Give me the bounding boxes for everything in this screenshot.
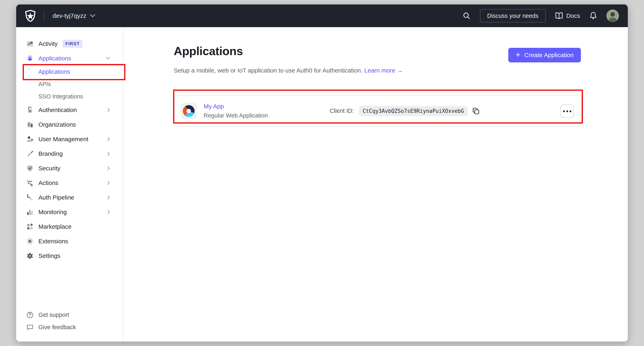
docs-link[interactable]: Docs xyxy=(555,12,580,19)
app-window: dev-tyj7qyzz Discuss your needs Docs xyxy=(16,5,628,341)
help-circle-icon xyxy=(26,311,34,319)
sidebar-item-marketplace[interactable]: Marketplace xyxy=(16,219,123,234)
sidebar-item-organizations[interactable]: Organizations xyxy=(16,117,123,132)
chevron-right-icon xyxy=(108,166,110,170)
sidebar-item-applications[interactable]: Applications xyxy=(16,51,123,66)
tenant-switcher[interactable]: dev-tyj7qyzz xyxy=(52,12,95,19)
create-application-button[interactable]: + Create Application xyxy=(508,48,581,62)
chevron-right-icon xyxy=(108,196,110,200)
app-name-link[interactable]: My App xyxy=(204,103,268,110)
shield-check-icon xyxy=(26,164,34,172)
gear-icon xyxy=(26,252,34,260)
chevron-right-icon xyxy=(108,137,110,141)
search-icon xyxy=(462,12,471,20)
tenant-name: dev-tyj7qyzz xyxy=(52,12,86,19)
sidebar-item-authentication[interactable]: Authentication xyxy=(16,103,123,117)
chevron-right-icon xyxy=(108,181,110,185)
bell-icon xyxy=(590,12,597,20)
main-content: Applications Setup a mobile, web or IoT … xyxy=(124,27,628,341)
learn-more-link[interactable]: Learn more → xyxy=(364,67,403,74)
book-icon xyxy=(555,12,563,19)
sidebar-subitem-apis[interactable]: APIs xyxy=(16,78,123,90)
copy-icon xyxy=(472,107,480,115)
plus-icon: + xyxy=(516,51,520,59)
app-type-label: Regular Web Application xyxy=(204,112,268,119)
ellipsis-icon xyxy=(563,110,565,112)
chip-icon xyxy=(26,237,34,245)
flow-icon xyxy=(26,179,34,187)
auth0-logo-icon[interactable] xyxy=(25,10,36,22)
sidebar-subitem-applications[interactable]: Applications xyxy=(16,66,123,78)
page-subtitle: Setup a mobile, web or IoT application t… xyxy=(174,67,582,74)
arrow-right-icon: → xyxy=(397,67,403,74)
app-logo-icon xyxy=(183,105,194,117)
first-badge: FIRST xyxy=(62,40,82,48)
sidebar-item-monitoring[interactable]: Monitoring xyxy=(16,205,123,219)
building-icon xyxy=(26,120,34,129)
user-avatar[interactable] xyxy=(606,10,619,22)
sidebar-item-branding[interactable]: Branding xyxy=(16,146,123,161)
application-row[interactable]: My App Regular Web Application Client ID… xyxy=(174,95,582,127)
lock-icon xyxy=(26,106,34,114)
copy-button[interactable] xyxy=(472,107,480,115)
discuss-your-needs-button[interactable]: Discuss your needs xyxy=(480,9,546,23)
give-feedback-link[interactable]: Give feedback xyxy=(16,321,123,333)
client-id-value[interactable]: CtCqy3AvbQZSo7sE9RiynaPuiXOxvebG xyxy=(359,106,468,116)
row-actions-menu-button[interactable] xyxy=(560,105,574,118)
notifications-button[interactable] xyxy=(590,12,597,20)
client-id-label: Client ID: xyxy=(330,108,354,114)
client-id-group: Client ID: CtCqy3AvbQZSo7sE9RiynaPuiXOxv… xyxy=(330,96,480,126)
layers-icon xyxy=(26,54,34,62)
paintbrush-icon xyxy=(26,150,34,158)
top-navbar: dev-tyj7qyzz Discuss your needs Docs xyxy=(16,5,628,27)
sidebar-item-actions[interactable]: Actions xyxy=(16,176,123,190)
marketplace-icon xyxy=(26,223,34,231)
chevron-down-icon xyxy=(106,57,110,60)
sidebar: Activity FIRST Applications Applications… xyxy=(16,27,124,341)
chevron-down-icon xyxy=(90,14,95,18)
sidebar-item-activity[interactable]: Activity FIRST xyxy=(16,37,123,51)
sidebar-item-user-management[interactable]: User Management xyxy=(16,132,123,146)
user-gear-icon xyxy=(26,135,34,143)
bar-chart-icon xyxy=(26,208,34,216)
chevron-right-icon xyxy=(108,108,110,112)
activity-icon xyxy=(26,40,34,48)
sidebar-item-label: Applications xyxy=(38,55,71,62)
sidebar-subitem-sso-integrations[interactable]: SSO Integrations xyxy=(16,90,123,103)
chevron-right-icon xyxy=(108,210,110,214)
docs-label: Docs xyxy=(566,12,580,19)
navbar-divider xyxy=(44,11,44,21)
pipeline-icon xyxy=(26,194,34,202)
search-button[interactable] xyxy=(462,12,471,20)
sidebar-item-settings[interactable]: Settings xyxy=(16,249,123,263)
sidebar-item-extensions[interactable]: Extensions xyxy=(16,234,123,249)
app-logo-tile xyxy=(180,103,197,119)
sidebar-item-security[interactable]: Security xyxy=(16,161,123,176)
chevron-right-icon xyxy=(108,152,110,156)
discuss-label: Discuss your needs xyxy=(487,13,538,19)
get-support-link[interactable]: Get support xyxy=(16,309,123,321)
sidebar-item-auth-pipeline[interactable]: Auth Pipeline xyxy=(16,190,123,205)
sidebar-item-label: Activity xyxy=(38,40,58,47)
speech-bubble-icon xyxy=(26,323,34,331)
